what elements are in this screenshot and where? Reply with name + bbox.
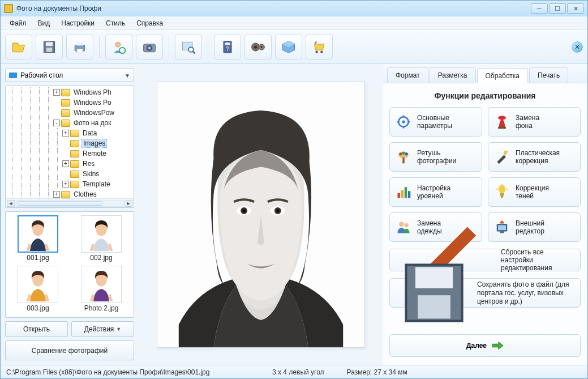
folder-icon [70, 181, 79, 188]
menu-view[interactable]: Вид [33, 18, 55, 29]
tool-open[interactable] [5, 35, 32, 59]
tree-item[interactable]: Skins [8, 169, 134, 179]
scroll-track[interactable] [16, 200, 123, 207]
photo-preview [157, 82, 365, 348]
close-button[interactable]: ✕ [567, 3, 584, 14]
tree-item[interactable]: Remote [8, 148, 134, 159]
tool-search[interactable] [175, 35, 202, 59]
toolbar: ? ✕ [1, 30, 587, 64]
tool-cart[interactable] [306, 35, 333, 59]
svg-rect-2 [46, 48, 53, 52]
tool-camera[interactable] [136, 35, 163, 59]
thumbnail[interactable]: 003.jpg [9, 266, 67, 314]
svg-rect-1 [46, 42, 53, 46]
thumbnail[interactable]: Photo 2.jpg [72, 266, 130, 314]
svg-point-39 [399, 152, 402, 155]
window-title: Фото на документы Профи [16, 5, 531, 12]
sidebar-toggle-icon[interactable]: ✕ [572, 41, 583, 53]
edit-function-button[interactable]: Пластическаякоррекция [488, 142, 581, 172]
tool-user[interactable] [105, 35, 132, 59]
folder-icon [70, 160, 79, 168]
svg-point-36 [498, 116, 506, 120]
tool-save[interactable] [36, 35, 63, 59]
compare-button[interactable]: Сравнение фотографий [5, 340, 134, 360]
status-corner: 3 x 4 левый угол [272, 368, 324, 376]
svg-point-12 [188, 47, 194, 52]
tree-label: Data [81, 129, 98, 137]
next-button[interactable]: Далее [389, 334, 581, 357]
expand-icon[interactable]: + [62, 130, 69, 137]
thumbnail[interactable]: 001.jpg [9, 215, 67, 263]
tree-item[interactable]: +Windows Ph [8, 87, 134, 97]
folder-tree[interactable]: +Windows PhWindows PoWindowsPow-Фото на … [5, 86, 134, 208]
actions-button[interactable]: Действия▼ [71, 321, 134, 337]
tree-label: Template [81, 180, 111, 188]
edit-function-button[interactable]: Основныепараметры [389, 107, 482, 137]
expand-icon[interactable]: + [53, 191, 60, 198]
svg-point-21 [315, 51, 317, 53]
function-icon [396, 114, 411, 130]
svg-rect-43 [398, 193, 400, 198]
edit-function-button[interactable]: Настройкауровней [389, 177, 482, 207]
save-file-button[interactable]: Сохранить фото в файл (для портала гос. … [389, 278, 581, 308]
statusbar: C:\Program Files (x86)\Фото на документы… [1, 365, 587, 378]
folder-icon [61, 120, 70, 127]
tool-print[interactable] [66, 35, 93, 59]
edit-function-button[interactable]: Внешнийредактор [488, 212, 581, 242]
tree-item[interactable]: WindowsPow [8, 108, 134, 118]
svg-rect-55 [415, 267, 453, 288]
scroll-right[interactable]: ► [125, 200, 132, 207]
svg-point-33 [276, 209, 279, 212]
edit-function-button[interactable]: Заменафона [488, 107, 581, 137]
tree-item[interactable]: +Res [8, 159, 134, 169]
tool-package[interactable] [275, 35, 302, 59]
tool-book[interactable]: ? [214, 35, 241, 59]
expand-icon[interactable]: + [53, 89, 60, 96]
folder-icon [70, 150, 79, 157]
svg-rect-37 [498, 127, 506, 129]
edit-function-button[interactable]: Ретушьфотографии [389, 142, 482, 172]
svg-point-10 [148, 46, 151, 49]
tab-process[interactable]: Обработка [477, 68, 529, 83]
tree-item[interactable]: -Фото на док [8, 118, 134, 128]
function-icon [494, 114, 510, 130]
tab-print[interactable]: Печать [529, 67, 568, 83]
thumbnail[interactable]: 002.jpg [72, 215, 130, 263]
tab-layout[interactable]: Разметка [430, 67, 476, 83]
menu-settings[interactable]: Настройки [57, 18, 99, 29]
svg-text:?: ? [226, 45, 229, 52]
edit-function-button[interactable]: Коррекциятеней [488, 177, 581, 207]
svg-rect-51 [498, 225, 506, 231]
svg-rect-5 [77, 49, 83, 53]
maximize-button[interactable]: ☐ [549, 3, 566, 14]
app-icon [4, 4, 13, 13]
scroll-thumb[interactable] [18, 201, 102, 206]
tree-item[interactable]: +Template [8, 179, 134, 189]
expand-icon[interactable]: + [62, 181, 69, 188]
function-icon [396, 149, 411, 165]
expand-icon[interactable]: + [62, 160, 69, 167]
folder-icon [61, 191, 70, 198]
thumbnail-label: Photo 2.jpg [84, 304, 119, 312]
scroll-left[interactable]: ◄ [7, 200, 15, 207]
open-button[interactable]: Открыть [5, 321, 68, 337]
svg-line-13 [193, 52, 195, 54]
tree-item[interactable]: Images [8, 138, 134, 148]
thumbnail-label: 001.jpg [27, 254, 49, 262]
expand-icon[interactable]: - [53, 120, 60, 126]
tab-format[interactable]: Формат [387, 67, 428, 83]
folder-icon [61, 89, 70, 96]
tree-label: Images [81, 139, 107, 148]
menu-style[interactable]: Стиль [101, 18, 130, 29]
tree-item[interactable]: Windows Po [8, 97, 134, 108]
thumbnail-label: 003.jpg [27, 304, 49, 312]
svg-point-40 [402, 151, 405, 154]
menu-file[interactable]: Файл [5, 18, 31, 29]
tool-video[interactable] [244, 35, 272, 59]
folder-combo[interactable]: Рабочий стол ▼ [5, 69, 134, 82]
tree-label: Clothes [72, 190, 98, 198]
menu-help[interactable]: Справка [132, 18, 168, 29]
svg-point-47 [499, 185, 505, 193]
tree-item[interactable]: +Data [8, 128, 134, 138]
minimize-button[interactable]: ─ [531, 3, 548, 14]
